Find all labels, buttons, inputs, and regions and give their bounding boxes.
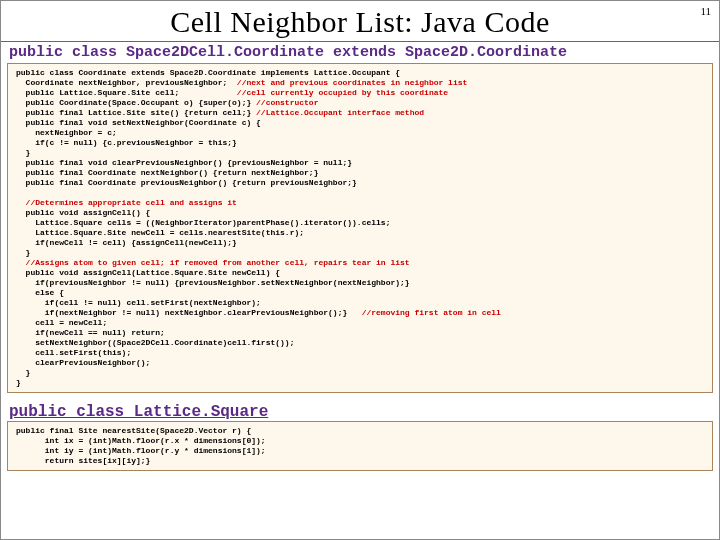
class-heading-1: public class Space2DCell.Coordinate exte…: [1, 42, 719, 63]
code-block-2: public final Site nearestSite(Space2D.Ve…: [7, 421, 713, 471]
code-text: public final Lattice.Site site() {return…: [16, 108, 256, 117]
code-comment: //removing first atom in cell: [362, 308, 501, 317]
code-comment: //Determines appropriate cell and assign…: [16, 198, 237, 207]
code-comment: //cell currently occupied by this coordi…: [237, 88, 448, 97]
code-text: public void assignCell() { Lattice.Squar…: [16, 208, 390, 257]
slide: 11 Cell Neighbor List: Java Code public …: [0, 0, 720, 540]
code-block-1: public class Coordinate extends Space2D.…: [7, 63, 713, 393]
code-comment: //next and previous coordinates in neigh…: [237, 78, 467, 87]
code-text: public final void setNextNeighbor(Coordi…: [16, 118, 357, 187]
slide-title: Cell Neighbor List: Java Code: [1, 5, 719, 39]
code-text: public Lattice.Square.Site cell;: [16, 88, 237, 97]
code-text: public final Site nearestSite(Space2D.Ve…: [16, 426, 266, 465]
code-text: public void assignCell(Lattice.Square.Si…: [16, 268, 410, 317]
code-comment: //constructor: [256, 98, 318, 107]
page-number: 11: [700, 5, 711, 17]
code-comment: //Lattice.Occupant interface method: [256, 108, 424, 117]
code-comment: //Assigns atom to given cell; if removed…: [16, 258, 410, 267]
code-text: public Coordinate(Space.Occupant o) {sup…: [16, 98, 256, 107]
code-text: cell = newCell; if(newCell == null) retu…: [16, 318, 294, 387]
class-heading-2: public class Lattice.Square: [1, 397, 719, 421]
